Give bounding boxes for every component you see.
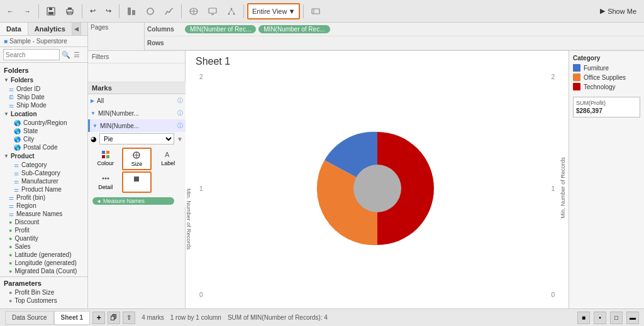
status-btn-2[interactable]: ▪ (594, 312, 606, 324)
sidebar-item-top-customers[interactable]: ● Top Customers (0, 296, 87, 305)
undo-button[interactable]: ↩ (86, 3, 100, 19)
separator-6 (303, 4, 304, 18)
sidebar-item-quantity[interactable]: ● Quantity (0, 234, 87, 242)
sidebar-item-country[interactable]: 🌎 Country/Region (0, 119, 87, 127)
marks-layer-min1[interactable]: ▼ MIN(Number... ⓘ (88, 107, 186, 119)
param-icon-top-customers: ● (9, 298, 12, 304)
network-btn[interactable] (223, 3, 240, 19)
discount-label: Discount (14, 219, 39, 225)
measure-icon-quantity: ● (9, 236, 12, 242)
sort-sheet-button[interactable]: ⇧ (123, 312, 135, 324)
sidebar-item-migrated[interactable]: ● Migrated Data (Count) (0, 267, 87, 275)
duplicate-sheet-button[interactable]: 🗍 (108, 312, 120, 324)
sidebar-item-discount[interactable]: ● Discount (0, 218, 87, 226)
print-button[interactable] (61, 3, 79, 19)
profit-bin-label: Profit (bin) (16, 194, 45, 201)
sidebar-item-measure-names[interactable]: ⚌ Measure Names (0, 210, 87, 218)
marks-all-info[interactable]: ⓘ (177, 97, 183, 105)
sidebar-item-latitude[interactable]: ● Latitude (generated) (0, 251, 87, 259)
columns-pill-1[interactable]: MIN(Number of Rec... (185, 25, 256, 33)
separator-5 (243, 4, 244, 18)
sidebar-item-profit-bin-size[interactable]: ● Profit Bin Size (0, 288, 87, 296)
marks-pill-measure-names[interactable]: ◄ Measure Names (92, 197, 174, 205)
source-name: Sample - Superstore (9, 38, 67, 45)
entire-view-button[interactable]: Entire View ▼ (247, 3, 300, 19)
marks-min1-info[interactable]: ⓘ (177, 109, 183, 117)
y-axis-mid-right: 1 (551, 185, 555, 192)
country-label: Country/Region (23, 119, 67, 126)
sidebar-item-longitude[interactable]: ● Longitude (generated) (0, 259, 87, 267)
marks-layer-all[interactable]: ▶ All ⓘ (88, 94, 186, 107)
sidebar-item-region[interactable]: ⚌ Region (0, 202, 87, 210)
marks-square-button[interactable] (122, 171, 152, 193)
folder-product[interactable]: ▼ Product (0, 151, 87, 161)
redo-button[interactable]: ↪ (101, 3, 116, 19)
status-btn-3[interactable]: □ (610, 312, 623, 324)
status-bar: Data Source Sheet 1 + 🗍 ⇧ 4 marks 1 row … (0, 308, 644, 326)
tab-analytics[interactable]: Analytics (28, 23, 72, 35)
size-button-label: Size (131, 161, 143, 167)
canvas-wrapper: Filters Marks ▶ All ⓘ ▼ (88, 51, 644, 308)
tab-data[interactable]: Data (0, 23, 28, 35)
search-input[interactable] (3, 49, 60, 60)
sidebar-item-category[interactable]: ⚌ Category (0, 161, 87, 169)
latitude-label: Latitude (generated) (14, 251, 71, 258)
legend-sum-value: $286,397 (576, 107, 637, 114)
svg-line-18 (229, 9, 231, 13)
chart-btn-2[interactable] (142, 3, 159, 19)
pages-area: Pages (88, 23, 145, 50)
svg-point-8 (147, 8, 153, 14)
svg-rect-33 (134, 177, 139, 182)
sheet-tab[interactable]: Sheet 1 (54, 311, 91, 325)
marks-layer-min2[interactable]: ▼ MIN(Numbe... ⓘ (88, 119, 186, 132)
sidebar-collapse-toggle[interactable]: ◀ (72, 23, 81, 35)
sidebar-item-state[interactable]: 🌎 State (0, 127, 87, 135)
marks-min2-info[interactable]: ⓘ (177, 122, 183, 130)
sidebar-item-profit[interactable]: ● Profit (0, 226, 87, 234)
marks-type-select[interactable]: Pie Bar Line (99, 133, 174, 144)
measure-icon-discount: ● (9, 219, 12, 225)
marks-colour-button[interactable]: Colour (91, 148, 121, 170)
sidebar-item-postal[interactable]: 🌎 Postal Code (0, 143, 87, 151)
chart-btn-3[interactable] (160, 3, 178, 19)
forward-button[interactable]: → (19, 3, 35, 19)
sidebar-item-subcategory[interactable]: ⚌ Sub-Category (0, 169, 87, 177)
svg-rect-12 (209, 8, 216, 13)
back-button[interactable]: ← (3, 3, 18, 19)
map-btn[interactable] (185, 3, 203, 19)
svg-point-31 (102, 178, 104, 180)
sidebar-item-city[interactable]: 🌎 City (0, 135, 87, 143)
monitor-btn[interactable] (204, 3, 221, 19)
entire-view-label: Entire View (252, 8, 287, 15)
sidebar-item-ship-mode[interactable]: ⚌ Ship Mode (0, 101, 87, 109)
sidebar-item-order-id[interactable]: ⚌ Order ID (0, 85, 87, 93)
marks-size-button[interactable]: Size (122, 148, 152, 170)
folder-product-label: Product (11, 153, 35, 160)
fix-axes-btn[interactable] (307, 3, 325, 19)
show-me-button[interactable]: ▶ Show Me (595, 3, 641, 19)
sidebar-item-sales[interactable]: ● Sales (0, 242, 87, 251)
datasource-tab[interactable]: Data Source (5, 311, 54, 325)
marks-label-button[interactable]: A Label (153, 148, 183, 170)
marks-type-dropdown: ▼ (177, 136, 183, 143)
migrated-label: Migrated Data (Count) (14, 268, 77, 274)
folder-folders[interactable]: ▼ Folders (0, 75, 87, 85)
columns-pill-2[interactable]: MIN(Number of Rec... (258, 25, 330, 33)
save-button[interactable] (42, 3, 60, 19)
profit-label: Profit (14, 227, 29, 234)
sidebar-item-product-name[interactable]: ⚌ Product Name (0, 185, 87, 193)
sidebar-item-ship-date[interactable]: 🗓 Ship Date (0, 93, 87, 101)
folder-location[interactable]: ▼ Location (0, 109, 87, 119)
status-btn-4[interactable]: ▬ (626, 312, 639, 324)
marks-detail-button[interactable]: Detail (91, 171, 121, 193)
add-sheet-button[interactable]: + (92, 312, 105, 324)
sidebar-content: Folders ▼ Folders ⚌ Order ID 🗓 Ship Date… (0, 63, 87, 308)
marks-all-label: All (97, 97, 104, 104)
sidebar-item-profit-bin[interactable]: ⚌ Profit (bin) (0, 193, 87, 202)
chart-btn-1[interactable] (123, 3, 140, 19)
detail-button-label: Detail (98, 184, 113, 190)
left-sidebar: Data Analytics ◀ ■ Sample - Superstore 🔍… (0, 23, 88, 308)
status-btn-1[interactable]: ■ (577, 312, 590, 324)
db-icon-manufacturer: ⚌ (14, 178, 19, 185)
sidebar-item-manufacturer[interactable]: ⚌ Manufacturer (0, 177, 87, 185)
